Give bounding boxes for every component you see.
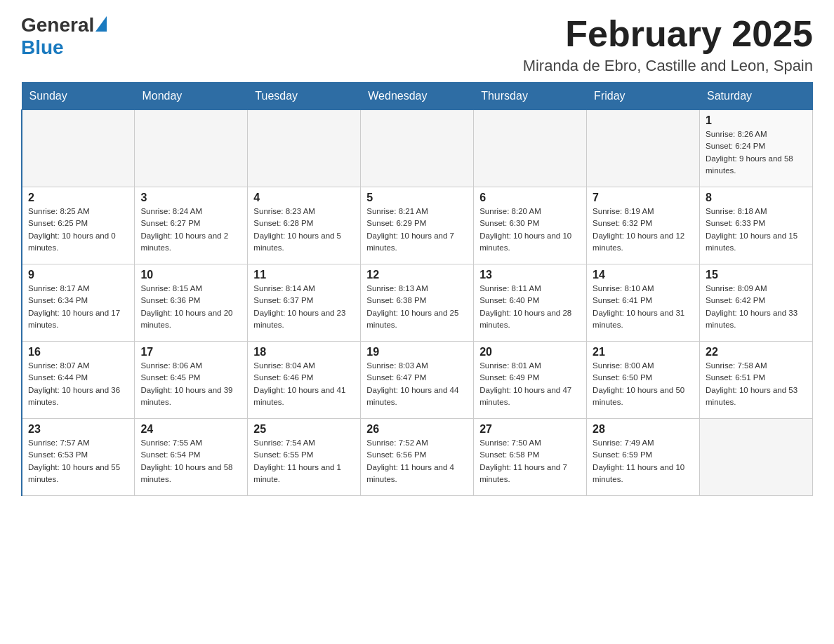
day-number: 4: [253, 192, 355, 204]
day-info: Sunrise: 7:55 AMSunset: 6:54 PMDaylight:…: [140, 437, 241, 485]
day-info: Sunrise: 7:54 AMSunset: 6:55 PMDaylight:…: [253, 437, 355, 485]
day-cell: 7Sunrise: 8:19 AMSunset: 6:32 PMDaylight…: [587, 187, 700, 264]
day-cell: 18Sunrise: 8:04 AMSunset: 6:46 PMDayligh…: [248, 342, 361, 419]
day-cell: 4Sunrise: 8:23 AMSunset: 6:28 PMDaylight…: [248, 187, 361, 264]
day-cell: 14Sunrise: 8:10 AMSunset: 6:41 PMDayligh…: [587, 264, 700, 342]
day-cell: 6Sunrise: 8:20 AMSunset: 6:30 PMDaylight…: [474, 187, 587, 264]
day-cell: 5Sunrise: 8:21 AMSunset: 6:29 PMDaylight…: [361, 187, 474, 264]
day-info: Sunrise: 7:52 AMSunset: 6:56 PMDaylight:…: [366, 437, 468, 485]
day-cell: 23Sunrise: 7:57 AMSunset: 6:53 PMDayligh…: [22, 419, 135, 496]
day-cell: [474, 110, 587, 187]
day-number: 22: [706, 346, 807, 358]
day-cell: 28Sunrise: 7:49 AMSunset: 6:59 PMDayligh…: [587, 419, 700, 496]
day-number: 10: [140, 269, 241, 281]
calendar-table: SundayMondayTuesdayWednesdayThursdayFrid…: [21, 82, 813, 496]
day-cell: 13Sunrise: 8:11 AMSunset: 6:40 PMDayligh…: [474, 264, 587, 342]
day-cell: [22, 110, 135, 187]
logo-general: General: [21, 14, 94, 36]
day-number: 2: [28, 192, 128, 204]
day-info: Sunrise: 8:00 AMSunset: 6:50 PMDaylight:…: [593, 360, 694, 408]
day-number: 19: [366, 346, 468, 358]
day-info: Sunrise: 8:25 AMSunset: 6:25 PMDaylight:…: [28, 206, 128, 254]
day-number: 1: [706, 114, 807, 127]
day-number: 13: [479, 269, 581, 281]
location-title: Miranda de Ebro, Castille and Leon, Spai…: [523, 57, 813, 75]
day-info: Sunrise: 8:10 AMSunset: 6:41 PMDaylight:…: [593, 283, 694, 331]
day-number: 18: [253, 346, 355, 358]
day-number: 25: [253, 423, 355, 436]
day-cell: 9Sunrise: 8:17 AMSunset: 6:34 PMDaylight…: [22, 264, 135, 342]
logo: General Blue: [21, 14, 107, 59]
day-number: 23: [28, 423, 128, 436]
day-number: 9: [28, 269, 128, 281]
day-info: Sunrise: 7:49 AMSunset: 6:59 PMDaylight:…: [593, 437, 694, 485]
day-cell: 12Sunrise: 8:13 AMSunset: 6:38 PMDayligh…: [361, 264, 474, 342]
day-number: 14: [593, 269, 694, 281]
day-cell: 25Sunrise: 7:54 AMSunset: 6:55 PMDayligh…: [248, 419, 361, 496]
day-cell: 19Sunrise: 8:03 AMSunset: 6:47 PMDayligh…: [361, 342, 474, 419]
day-info: Sunrise: 8:18 AMSunset: 6:33 PMDaylight:…: [706, 206, 807, 254]
day-cell: 3Sunrise: 8:24 AMSunset: 6:27 PMDaylight…: [135, 187, 248, 264]
weekday-header-tuesday: Tuesday: [248, 83, 361, 110]
day-number: 27: [479, 423, 581, 436]
day-cell: 2Sunrise: 8:25 AMSunset: 6:25 PMDaylight…: [22, 187, 135, 264]
day-cell: 20Sunrise: 8:01 AMSunset: 6:49 PMDayligh…: [474, 342, 587, 419]
day-number: 6: [479, 192, 581, 204]
day-cell: 15Sunrise: 8:09 AMSunset: 6:42 PMDayligh…: [700, 264, 813, 342]
day-cell: [361, 110, 474, 187]
day-number: 7: [593, 192, 694, 204]
day-info: Sunrise: 8:03 AMSunset: 6:47 PMDaylight:…: [366, 360, 468, 408]
day-number: 26: [366, 423, 468, 436]
day-number: 28: [593, 423, 694, 436]
day-number: 12: [366, 269, 468, 281]
day-cell: 11Sunrise: 8:14 AMSunset: 6:37 PMDayligh…: [248, 264, 361, 342]
week-row-1: 1Sunrise: 8:26 AMSunset: 6:24 PMDaylight…: [22, 110, 813, 187]
day-info: Sunrise: 8:07 AMSunset: 6:44 PMDaylight:…: [28, 360, 128, 408]
day-info: Sunrise: 8:04 AMSunset: 6:46 PMDaylight:…: [253, 360, 355, 408]
week-row-2: 2Sunrise: 8:25 AMSunset: 6:25 PMDaylight…: [22, 187, 813, 264]
day-cell: [248, 110, 361, 187]
day-cell: 27Sunrise: 7:50 AMSunset: 6:58 PMDayligh…: [474, 419, 587, 496]
day-cell: 26Sunrise: 7:52 AMSunset: 6:56 PMDayligh…: [361, 419, 474, 496]
day-number: 3: [140, 192, 241, 204]
day-number: 5: [366, 192, 468, 204]
day-info: Sunrise: 8:14 AMSunset: 6:37 PMDaylight:…: [253, 283, 355, 331]
day-cell: 1Sunrise: 8:26 AMSunset: 6:24 PMDaylight…: [700, 110, 813, 187]
week-row-3: 9Sunrise: 8:17 AMSunset: 6:34 PMDaylight…: [22, 264, 813, 342]
day-info: Sunrise: 8:09 AMSunset: 6:42 PMDaylight:…: [706, 283, 807, 331]
day-info: Sunrise: 7:58 AMSunset: 6:51 PMDaylight:…: [706, 360, 807, 408]
day-info: Sunrise: 8:01 AMSunset: 6:49 PMDaylight:…: [479, 360, 581, 408]
day-info: Sunrise: 8:23 AMSunset: 6:28 PMDaylight:…: [253, 206, 355, 254]
day-number: 24: [140, 423, 241, 436]
logo-blue: Blue: [21, 36, 64, 58]
day-cell: 16Sunrise: 8:07 AMSunset: 6:44 PMDayligh…: [22, 342, 135, 419]
day-cell: 22Sunrise: 7:58 AMSunset: 6:51 PMDayligh…: [700, 342, 813, 419]
day-info: Sunrise: 8:11 AMSunset: 6:40 PMDaylight:…: [479, 283, 581, 331]
day-info: Sunrise: 8:06 AMSunset: 6:45 PMDaylight:…: [140, 360, 241, 408]
day-number: 11: [253, 269, 355, 281]
weekday-header-friday: Friday: [587, 83, 700, 110]
day-number: 16: [28, 346, 128, 358]
day-cell: 17Sunrise: 8:06 AMSunset: 6:45 PMDayligh…: [135, 342, 248, 419]
day-cell: [135, 110, 248, 187]
day-cell: 8Sunrise: 8:18 AMSunset: 6:33 PMDaylight…: [700, 187, 813, 264]
month-title: February 2025: [523, 14, 813, 54]
day-info: Sunrise: 8:17 AMSunset: 6:34 PMDaylight:…: [28, 283, 128, 331]
day-cell: [700, 419, 813, 496]
weekday-header-sunday: Sunday: [22, 83, 135, 110]
weekday-header-thursday: Thursday: [474, 83, 587, 110]
day-info: Sunrise: 8:15 AMSunset: 6:36 PMDaylight:…: [140, 283, 241, 331]
day-info: Sunrise: 8:13 AMSunset: 6:38 PMDaylight:…: [366, 283, 468, 331]
day-number: 15: [706, 269, 807, 281]
day-number: 20: [479, 346, 581, 358]
day-cell: 10Sunrise: 8:15 AMSunset: 6:36 PMDayligh…: [135, 264, 248, 342]
day-info: Sunrise: 8:24 AMSunset: 6:27 PMDaylight:…: [140, 206, 241, 254]
week-row-4: 16Sunrise: 8:07 AMSunset: 6:44 PMDayligh…: [22, 342, 813, 419]
day-info: Sunrise: 8:20 AMSunset: 6:30 PMDaylight:…: [479, 206, 581, 254]
title-section: February 2025 Miranda de Ebro, Castille …: [523, 14, 813, 75]
weekday-header-monday: Monday: [135, 83, 248, 110]
weekday-header-row: SundayMondayTuesdayWednesdayThursdayFrid…: [22, 83, 813, 110]
day-number: 17: [140, 346, 241, 358]
page-header: General Blue February 2025 Miranda de Eb…: [21, 14, 813, 75]
day-cell: 24Sunrise: 7:55 AMSunset: 6:54 PMDayligh…: [135, 419, 248, 496]
